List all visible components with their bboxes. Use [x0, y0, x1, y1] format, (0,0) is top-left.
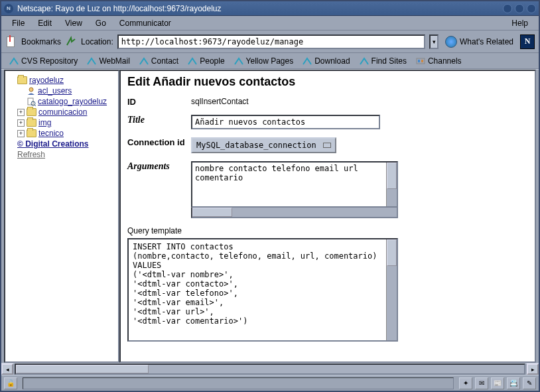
main-panel: Edit Añadir nuevos contactos ID sqlInser… — [119, 70, 536, 363]
app-icon: N — [4, 4, 13, 13]
svg-rect-1 — [418, 60, 420, 62]
menu-file[interactable]: File — [5, 17, 31, 29]
title-label: Title — [127, 115, 191, 125]
tree-tecnico-link[interactable]: tecnico — [38, 129, 64, 138]
bookmark-icon — [87, 57, 96, 65]
bookmark-findsites[interactable]: Find Sites — [356, 56, 411, 66]
location-label: Location: — [81, 37, 113, 46]
window-title: Netscape: Rayo de Luz on http://localhos… — [17, 4, 500, 13]
select-arrow-icon — [323, 143, 331, 148]
channels-icon — [416, 57, 425, 65]
menu-go[interactable]: Go — [89, 17, 113, 29]
expand-icon[interactable]: + — [17, 130, 25, 137]
bookmark-contact[interactable]: Contact — [135, 56, 182, 66]
folder-icon — [27, 108, 36, 116]
row-title: Title — [127, 115, 528, 129]
bookmark-icon — [188, 57, 197, 65]
location-icon — [65, 36, 77, 48]
row-query: Query template INSERT INTO contactos (no… — [127, 226, 528, 342]
scroll-right-arrow[interactable]: ▸ — [527, 363, 539, 375]
netscape-logo: N — [520, 34, 535, 49]
maximize-button[interactable] — [515, 4, 524, 13]
row-arguments: Arguments — [127, 161, 528, 218]
menubar: File Edit View Go Communicator Help — [1, 16, 539, 31]
location-toolbar: Bookmarks Location: http://localhost:967… — [1, 31, 539, 53]
bookmark-icon — [234, 57, 243, 65]
tree-comunicacion[interactable]: +comunicacion — [8, 107, 115, 117]
tree-tecnico[interactable]: +tecnico — [8, 128, 115, 139]
status-addr-icon[interactable]: 📇 — [507, 377, 520, 389]
query-textarea[interactable]: INSERT INTO contactos (nombre,contacto, … — [129, 239, 386, 340]
menu-view[interactable]: View — [58, 17, 89, 29]
catalog-icon — [27, 97, 36, 106]
close-button[interactable] — [527, 4, 536, 13]
tree-acl-users[interactable]: acl_users — [8, 86, 115, 96]
query-label: Query template — [127, 226, 528, 235]
scroll-thumb[interactable] — [16, 365, 149, 373]
expand-icon[interactable]: + — [17, 119, 25, 127]
scroll-left-arrow[interactable]: ◂ — [1, 363, 13, 375]
window-hscroll[interactable]: ◂ ▸ — [1, 363, 539, 375]
title-input[interactable] — [191, 115, 380, 129]
arguments-vscroll[interactable] — [386, 163, 397, 206]
svg-rect-2 — [421, 60, 423, 62]
personal-toolbar: CVS Repository WebMail Contact People Ye… — [1, 53, 539, 69]
arguments-hscroll[interactable] — [191, 208, 398, 218]
folder-icon — [27, 119, 36, 127]
bookmark-channels[interactable]: Channels — [412, 56, 466, 66]
url-text: http://localhost:9673/rayodeluz/manage — [121, 37, 304, 46]
arguments-textarea[interactable] — [192, 163, 386, 206]
status-mail-icon[interactable]: ✉ — [475, 377, 488, 389]
bookmarks-icon[interactable] — [5, 35, 17, 48]
status-nav-icon[interactable]: ✦ — [459, 377, 472, 389]
menu-help[interactable]: Help — [505, 17, 535, 29]
bookmark-download[interactable]: Download — [299, 56, 354, 66]
bookmarks-label[interactable]: Bookmarks — [21, 37, 61, 46]
tree-catalogo[interactable]: catalogo_rayodeluz — [8, 96, 115, 107]
status-message — [23, 377, 454, 389]
arguments-label: Arguments — [127, 161, 191, 172]
bookmark-people[interactable]: People — [184, 56, 228, 66]
connection-value: MySQL_database_connection — [196, 141, 316, 150]
tree-img[interactable]: +img — [8, 117, 115, 128]
bookmark-icon — [360, 57, 369, 65]
page-heading: Edit Añadir nuevos contactos — [127, 75, 528, 89]
bookmark-yellowpages[interactable]: Yellow Pages — [230, 56, 298, 66]
connection-label: Connection id — [127, 137, 191, 147]
bookmark-icon — [303, 57, 312, 65]
menu-communicator[interactable]: Communicator — [113, 17, 178, 29]
refresh-link[interactable]: Refresh — [8, 149, 115, 160]
id-value: sqlInsertContact — [191, 97, 528, 106]
globe-icon — [445, 36, 457, 48]
minimize-button[interactable] — [503, 4, 512, 13]
tree-acl-link[interactable]: acl_users — [38, 86, 72, 96]
status-security-icon[interactable]: 🔓 — [4, 377, 17, 389]
url-input[interactable]: http://localhost:9673/rayodeluz/manage — [117, 34, 425, 49]
row-id: ID sqlInsertContact — [127, 97, 528, 107]
tree-root[interactable]: rayodeluz — [8, 75, 115, 86]
url-dropdown-arrow[interactable]: ▾ — [429, 34, 439, 49]
digital-creations-link[interactable]: © Digital Creations — [8, 139, 115, 149]
bookmark-icon — [9, 57, 19, 65]
users-icon — [27, 86, 36, 96]
folder-icon — [17, 76, 27, 84]
status-news-icon[interactable]: 📰 — [491, 377, 504, 389]
tree-comunicacion-link[interactable]: comunicacion — [38, 107, 87, 117]
svg-rect-0 — [417, 58, 425, 64]
connection-select[interactable]: MySQL_database_connection — [191, 137, 336, 153]
bookmark-webmail[interactable]: WebMail — [83, 56, 133, 66]
menu-edit[interactable]: Edit — [31, 17, 58, 29]
expand-icon[interactable]: + — [17, 109, 25, 116]
bookmark-cvs[interactable]: CVS Repository — [5, 56, 82, 66]
whats-related-button[interactable]: What's Related — [442, 36, 516, 48]
tree-root-link[interactable]: rayodeluz — [29, 76, 64, 85]
svg-line-6 — [34, 105, 36, 106]
query-template-box: INSERT INTO contactos (nombre,contacto, … — [127, 238, 398, 342]
digital-creations-text: © Digital Creations — [17, 139, 89, 149]
status-composer-icon[interactable]: ✎ — [523, 377, 536, 389]
tree-catalogo-link[interactable]: catalogo_rayodeluz — [38, 97, 107, 106]
query-vscroll[interactable] — [386, 239, 397, 340]
svg-point-3 — [29, 88, 33, 92]
browser-window: N Netscape: Rayo de Luz on http://localh… — [0, 0, 540, 392]
tree-img-link[interactable]: img — [38, 118, 51, 127]
